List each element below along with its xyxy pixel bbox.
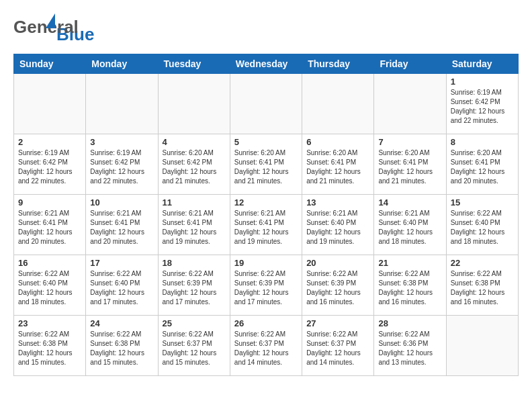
day-number: 5 <box>234 137 298 147</box>
calendar-cell: 8Sunrise: 6:20 AM Sunset: 6:41 PM Daylig… <box>446 134 518 195</box>
day-number: 6 <box>306 137 369 147</box>
day-number: 26 <box>234 318 298 328</box>
calendar-cell: 5Sunrise: 6:20 AM Sunset: 6:41 PM Daylig… <box>230 134 302 195</box>
calendar-cell: 21Sunrise: 6:22 AM Sunset: 6:38 PM Dayli… <box>374 255 446 316</box>
day-info: Sunrise: 6:20 AM Sunset: 6:41 PM Dayligh… <box>378 148 441 186</box>
day-info: Sunrise: 6:21 AM Sunset: 6:41 PM Dayligh… <box>18 209 81 246</box>
calendar-week-1: 1Sunrise: 6:19 AM Sunset: 6:42 PM Daylig… <box>14 74 519 134</box>
calendar-cell <box>158 74 230 134</box>
calendar-cell: 1Sunrise: 6:19 AM Sunset: 6:42 PM Daylig… <box>446 74 518 134</box>
calendar-week-2: 2Sunrise: 6:19 AM Sunset: 6:42 PM Daylig… <box>14 134 519 195</box>
calendar-cell: 13Sunrise: 6:21 AM Sunset: 6:40 PM Dayli… <box>302 195 374 255</box>
day-number: 18 <box>163 258 226 268</box>
day-info: Sunrise: 6:20 AM Sunset: 6:42 PM Dayligh… <box>163 148 226 186</box>
day-info: Sunrise: 6:22 AM Sunset: 6:38 PM Dayligh… <box>451 269 514 307</box>
calendar-cell: 6Sunrise: 6:20 AM Sunset: 6:41 PM Daylig… <box>302 134 374 195</box>
calendar-cell: 18Sunrise: 6:22 AM Sunset: 6:39 PM Dayli… <box>158 255 230 316</box>
calendar-cell: 20Sunrise: 6:22 AM Sunset: 6:39 PM Dayli… <box>302 255 374 316</box>
calendar-cell: 4Sunrise: 6:20 AM Sunset: 6:42 PM Daylig… <box>158 134 230 195</box>
day-info: Sunrise: 6:22 AM Sunset: 6:39 PM Dayligh… <box>234 269 298 307</box>
calendar-cell: 17Sunrise: 6:22 AM Sunset: 6:40 PM Dayli… <box>86 255 158 316</box>
day-info: Sunrise: 6:21 AM Sunset: 6:41 PM Dayligh… <box>234 209 298 246</box>
day-info: Sunrise: 6:22 AM Sunset: 6:36 PM Dayligh… <box>378 330 441 367</box>
day-info: Sunrise: 6:20 AM Sunset: 6:41 PM Dayligh… <box>306 148 369 186</box>
day-number: 12 <box>234 197 298 208</box>
calendar-week-5: 23Sunrise: 6:22 AM Sunset: 6:38 PM Dayli… <box>14 316 519 376</box>
day-info: Sunrise: 6:19 AM Sunset: 6:42 PM Dayligh… <box>451 88 514 126</box>
logo: General Blue <box>13 13 94 47</box>
calendar-cell <box>14 74 86 134</box>
day-info: Sunrise: 6:22 AM Sunset: 6:38 PM Dayligh… <box>378 269 441 307</box>
calendar-header-thursday: Thursday <box>302 54 374 74</box>
day-number: 15 <box>451 197 514 208</box>
calendar-header-friday: Friday <box>374 54 446 74</box>
day-number: 14 <box>378 197 441 208</box>
day-number: 7 <box>378 137 441 147</box>
day-info: Sunrise: 6:22 AM Sunset: 6:38 PM Dayligh… <box>18 330 81 367</box>
day-info: Sunrise: 6:22 AM Sunset: 6:40 PM Dayligh… <box>90 269 153 307</box>
calendar-cell: 14Sunrise: 6:21 AM Sunset: 6:40 PM Dayli… <box>374 195 446 255</box>
calendar-cell: 12Sunrise: 6:21 AM Sunset: 6:41 PM Dayli… <box>230 195 302 255</box>
page-header: General Blue <box>13 13 519 47</box>
day-info: Sunrise: 6:22 AM Sunset: 6:40 PM Dayligh… <box>18 269 81 307</box>
calendar-cell: 22Sunrise: 6:22 AM Sunset: 6:38 PM Dayli… <box>446 255 518 316</box>
day-number: 9 <box>18 197 81 208</box>
calendar-header-monday: Monday <box>86 54 158 74</box>
day-info: Sunrise: 6:21 AM Sunset: 6:41 PM Dayligh… <box>163 209 226 246</box>
calendar-cell: 19Sunrise: 6:22 AM Sunset: 6:39 PM Dayli… <box>230 255 302 316</box>
calendar-cell <box>86 74 158 134</box>
calendar-cell: 25Sunrise: 6:22 AM Sunset: 6:37 PM Dayli… <box>158 316 230 376</box>
calendar-cell: 16Sunrise: 6:22 AM Sunset: 6:40 PM Dayli… <box>14 255 86 316</box>
calendar-header-tuesday: Tuesday <box>158 54 230 74</box>
calendar-cell: 15Sunrise: 6:22 AM Sunset: 6:40 PM Dayli… <box>446 195 518 255</box>
day-info: Sunrise: 6:22 AM Sunset: 6:38 PM Dayligh… <box>90 330 153 367</box>
calendar-cell <box>374 74 446 134</box>
calendar-table: SundayMondayTuesdayWednesdayThursdayFrid… <box>13 54 519 376</box>
day-info: Sunrise: 6:21 AM Sunset: 6:40 PM Dayligh… <box>378 209 441 246</box>
day-number: 27 <box>306 318 369 328</box>
calendar-cell: 28Sunrise: 6:22 AM Sunset: 6:36 PM Dayli… <box>374 316 446 376</box>
calendar-cell: 23Sunrise: 6:22 AM Sunset: 6:38 PM Dayli… <box>14 316 86 376</box>
day-number: 16 <box>18 258 81 268</box>
calendar-cell: 11Sunrise: 6:21 AM Sunset: 6:41 PM Dayli… <box>158 195 230 255</box>
calendar-cell: 3Sunrise: 6:19 AM Sunset: 6:42 PM Daylig… <box>86 134 158 195</box>
calendar-cell: 2Sunrise: 6:19 AM Sunset: 6:42 PM Daylig… <box>14 134 86 195</box>
day-info: Sunrise: 6:20 AM Sunset: 6:41 PM Dayligh… <box>234 148 298 186</box>
day-number: 25 <box>163 318 226 328</box>
calendar-cell: 7Sunrise: 6:20 AM Sunset: 6:41 PM Daylig… <box>374 134 446 195</box>
calendar-header-wednesday: Wednesday <box>230 54 302 74</box>
calendar-week-3: 9Sunrise: 6:21 AM Sunset: 6:41 PM Daylig… <box>14 195 519 255</box>
day-info: Sunrise: 6:22 AM Sunset: 6:37 PM Dayligh… <box>163 330 226 367</box>
calendar-week-4: 16Sunrise: 6:22 AM Sunset: 6:40 PM Dayli… <box>14 255 519 316</box>
calendar-cell: 26Sunrise: 6:22 AM Sunset: 6:37 PM Dayli… <box>230 316 302 376</box>
day-info: Sunrise: 6:19 AM Sunset: 6:42 PM Dayligh… <box>90 148 153 186</box>
day-info: Sunrise: 6:22 AM Sunset: 6:40 PM Dayligh… <box>451 209 514 246</box>
day-number: 10 <box>90 197 153 208</box>
day-info: Sunrise: 6:22 AM Sunset: 6:37 PM Dayligh… <box>306 330 369 367</box>
day-number: 28 <box>378 318 441 328</box>
day-number: 4 <box>163 137 226 147</box>
day-number: 23 <box>18 318 81 328</box>
calendar-header-sunday: Sunday <box>14 54 86 74</box>
day-info: Sunrise: 6:19 AM Sunset: 6:42 PM Dayligh… <box>18 148 81 186</box>
calendar-header-row: SundayMondayTuesdayWednesdayThursdayFrid… <box>14 54 519 74</box>
calendar-cell: 24Sunrise: 6:22 AM Sunset: 6:38 PM Dayli… <box>86 316 158 376</box>
day-info: Sunrise: 6:21 AM Sunset: 6:41 PM Dayligh… <box>90 209 153 246</box>
calendar-cell: 27Sunrise: 6:22 AM Sunset: 6:37 PM Dayli… <box>302 316 374 376</box>
day-number: 24 <box>90 318 153 328</box>
day-info: Sunrise: 6:22 AM Sunset: 6:39 PM Dayligh… <box>306 269 369 307</box>
day-number: 8 <box>451 137 514 147</box>
day-number: 22 <box>451 258 514 268</box>
day-info: Sunrise: 6:21 AM Sunset: 6:40 PM Dayligh… <box>306 209 369 246</box>
day-info: Sunrise: 6:22 AM Sunset: 6:39 PM Dayligh… <box>163 269 226 307</box>
day-info: Sunrise: 6:22 AM Sunset: 6:37 PM Dayligh… <box>234 330 298 367</box>
day-number: 11 <box>163 197 226 208</box>
calendar-cell <box>446 316 518 376</box>
calendar-cell <box>302 74 374 134</box>
day-number: 1 <box>451 77 514 87</box>
calendar-cell: 9Sunrise: 6:21 AM Sunset: 6:41 PM Daylig… <box>14 195 86 255</box>
day-number: 17 <box>90 258 153 268</box>
day-number: 20 <box>306 258 369 268</box>
day-number: 13 <box>306 197 369 208</box>
calendar-cell: 10Sunrise: 6:21 AM Sunset: 6:41 PM Dayli… <box>86 195 158 255</box>
